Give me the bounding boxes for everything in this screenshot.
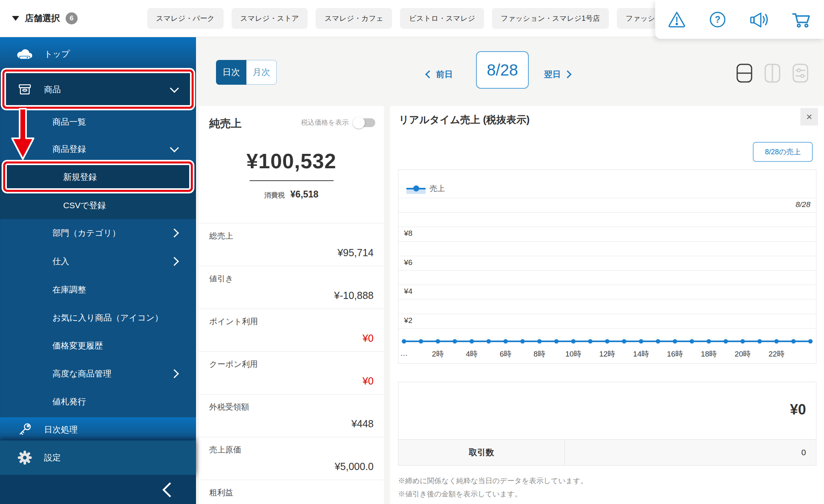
stat-rows: 総売上¥95,714値引き¥-10,888ポイント利用¥0クーポン利用¥0外税受… xyxy=(199,223,384,504)
data-point xyxy=(740,339,745,344)
store-tab[interactable]: スマレジ・パーク xyxy=(147,8,224,29)
sidebar-item-settings[interactable]: 設定 xyxy=(0,440,196,475)
chevron-right-icon xyxy=(564,70,572,78)
net-sales-amount: ¥100,532 xyxy=(199,149,384,173)
store-count-badge: 6 xyxy=(66,12,78,24)
sidebar-collapse-button[interactable] xyxy=(162,482,177,497)
x-axis-tick-label: 10時 xyxy=(565,349,581,359)
sidebar-item-product-list[interactable]: 商品一覧 xyxy=(0,110,196,134)
x-axis-tick-label: 2時 xyxy=(432,349,444,359)
prev-day-button[interactable]: 前日 xyxy=(426,69,453,80)
store-select-label: 店舗選択 xyxy=(25,12,60,24)
layout-vertical-split-icon[interactable] xyxy=(764,63,781,83)
x-axis-tick-label: 6時 xyxy=(500,349,512,359)
stat-label: 総売上 xyxy=(209,231,233,241)
data-point xyxy=(402,339,406,344)
help-icon[interactable]: ? xyxy=(708,10,727,29)
x-axis-tick-label: 22時 xyxy=(768,349,784,359)
next-day-button[interactable]: 翌日 xyxy=(544,69,570,80)
store-tab[interactable]: スマレジ・ストア xyxy=(232,8,308,29)
chevron-left-icon xyxy=(425,70,433,78)
date-display[interactable]: 8/28 xyxy=(476,51,529,89)
transactions-box: ¥0 取引数 0 xyxy=(398,382,816,466)
sidebar-item-label: 在庫調整 xyxy=(52,284,86,295)
alert-icon[interactable] xyxy=(667,10,686,29)
data-point xyxy=(571,339,576,344)
triangle-down-icon xyxy=(12,16,19,21)
transactions-amount: ¥0 xyxy=(790,401,806,418)
stat-row: 売上原価¥5,000.0 xyxy=(199,437,384,480)
sidebar-item-label: 商品一覧 xyxy=(52,116,86,127)
data-point xyxy=(588,339,592,344)
layout-switcher xyxy=(736,63,809,83)
data-point xyxy=(520,339,525,344)
sales-line-series xyxy=(398,170,816,363)
data-point xyxy=(774,339,779,344)
tax-display-toggle[interactable] xyxy=(354,118,375,127)
data-point xyxy=(486,339,491,344)
sidebar-item-stock-adjust[interactable]: 在庫調整 xyxy=(0,275,196,304)
store-tab[interactable]: ファッション・ xyxy=(617,8,659,29)
sidebar-item-label: CSVで登録 xyxy=(63,200,106,211)
chevron-right-icon xyxy=(170,229,179,238)
key-icon xyxy=(16,421,34,438)
net-sales-card: 純売上 税込価格を表示 ¥100,532 消費税¥6,518 総売上¥95,71… xyxy=(199,106,384,504)
x-axis-tick-label: 12時 xyxy=(599,349,615,359)
net-sales-title: 純売上 xyxy=(209,116,242,131)
sidebar-item-advanced[interactable]: 高度な商品管理 xyxy=(0,360,196,388)
announcement-icon[interactable] xyxy=(749,10,770,29)
next-day-label: 翌日 xyxy=(544,69,561,80)
tax-toggle-label: 税込価格を表示 xyxy=(301,118,349,127)
stat-row: 外税受領額¥448 xyxy=(199,394,384,437)
stat-value: ¥5,000.0 xyxy=(335,461,374,472)
date-sales-button[interactable]: 8/28の売上 xyxy=(753,142,813,162)
data-point xyxy=(554,339,559,344)
sidebar-item-label: 価格変更履歴 xyxy=(52,340,103,351)
sidebar-item-label: 値札発行 xyxy=(52,396,86,407)
sidebar-item-label: 高度な商品管理 xyxy=(52,368,112,379)
stat-value: ¥95,714 xyxy=(338,247,374,259)
stat-row: 粗利益¥95,532.0 xyxy=(199,480,384,504)
sidebar-item-price-history[interactable]: 価格変更履歴 xyxy=(0,332,196,360)
sidebar-item-new-register[interactable]: 新規登録 xyxy=(0,162,196,192)
layout-settings-icon[interactable] xyxy=(792,63,809,83)
tab-monthly[interactable]: 月次 xyxy=(246,60,277,85)
sidebar-item-purchase[interactable]: 仕入 xyxy=(0,247,196,275)
sidebar-item-csv-register[interactable]: CSVで登録 xyxy=(0,192,196,219)
stat-label: 粗利益 xyxy=(209,487,233,498)
sidebar-item-favorites[interactable]: お気に入り商品（アイコン） xyxy=(0,304,196,332)
sidebar-item-top[interactable]: トップ xyxy=(0,37,196,71)
footnotes: ※締めに関係なく純粋な当日のデータを表示しています。 ※値引き後の金額を表示して… xyxy=(398,474,588,501)
stat-value: ¥448 xyxy=(351,418,374,430)
stat-row: クーポン利用¥0 xyxy=(199,352,384,394)
sidebar-item-label: 新規登録 xyxy=(63,171,97,183)
tab-daily[interactable]: 日次 xyxy=(216,60,246,85)
sidebar-item-products[interactable]: 商品 xyxy=(0,71,196,108)
store-tab[interactable]: ビストロ・スマレジ xyxy=(400,8,484,29)
store-tab[interactable]: ファッション・スマレジ1号店 xyxy=(492,8,609,29)
period-toggle: 日次 月次 xyxy=(216,60,277,85)
cart-icon[interactable] xyxy=(791,10,812,29)
data-point xyxy=(656,339,660,344)
sidebar-item-category[interactable]: 部門（カテゴリ） xyxy=(0,219,196,247)
data-point xyxy=(419,339,423,344)
data-point xyxy=(504,339,508,344)
data-point xyxy=(758,339,762,344)
toggle-knob xyxy=(353,117,365,129)
sidebar-item-label: お気に入り商品（アイコン） xyxy=(52,312,163,323)
sidebar-item-price-tag[interactable]: 値札発行 xyxy=(0,388,196,416)
net-sales-header: 純売上 税込価格を表示 ¥100,532 消費税¥6,518 xyxy=(199,106,384,223)
sidebar-item-product-register[interactable]: 商品登録 xyxy=(0,137,196,161)
box-icon xyxy=(16,81,34,98)
realtime-title: リアルタイム売上 (税抜表示) xyxy=(399,113,530,126)
sidebar: トップ 商品 商品一覧 商品登録 新規登録 CSVで登録 部門（カテゴリ） 仕入… xyxy=(0,37,196,504)
store-select-button[interactable]: 店舗選択 6 xyxy=(12,0,78,37)
layout-horizontal-split-icon[interactable] xyxy=(736,63,753,83)
x-axis-tick-label: 20時 xyxy=(735,349,751,359)
x-axis-tick-label: 16時 xyxy=(667,349,683,359)
store-tab[interactable]: スマレジ・カフェ xyxy=(316,8,392,29)
close-icon[interactable]: × xyxy=(800,108,818,126)
amount-underline xyxy=(250,180,334,181)
stat-row: 値引き¥-10,888 xyxy=(199,266,384,309)
sidebar-item-daily-process[interactable]: 日次処理 xyxy=(0,417,196,442)
